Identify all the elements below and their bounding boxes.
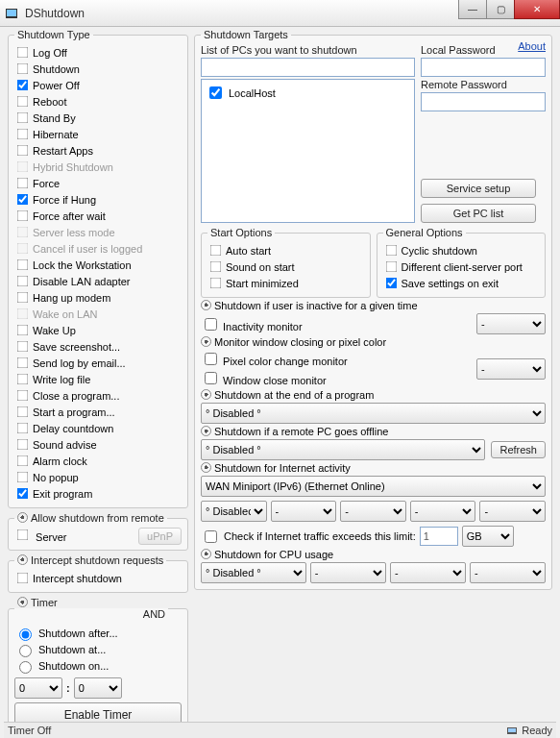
cpu-d4-select[interactable]: - [470,562,546,583]
shutdown-type-row: Cancel if user is logged [14,240,182,257]
allow-remote-expander-icon[interactable] [17,512,31,524]
timer-radio[interactable] [19,661,32,674]
inactivity-select[interactable]: - [476,313,546,334]
timer-expander-icon[interactable] [17,597,31,608]
pixel-select[interactable]: - [476,358,546,380]
service-setup-button[interactable]: Service setup [421,179,536,198]
timer-radio-row[interactable]: Shutdown at... [14,642,182,657]
endprog-select[interactable]: ° Disabled ° [201,403,546,424]
internet-d1-select[interactable]: ° Disablec [201,501,267,522]
shutdown-type-row: Disable LAN adapter [14,273,182,289]
shutdown-type-checkbox[interactable] [17,47,29,59]
pc-listbox[interactable]: LocalHost [201,79,415,223]
intercept-checkbox[interactable] [17,573,29,584]
shutdown-type-checkbox[interactable] [17,374,29,385]
traffic-limit-value[interactable] [420,527,458,546]
local-password-input[interactable] [421,58,546,77]
timer-legend: Timer [31,597,58,608]
inactivity-monitor-checkbox[interactable] [205,318,217,331]
shutdown-type-checkbox[interactable] [17,472,29,483]
timer-hours-select[interactable]: 0 [14,677,62,699]
get-pc-list-button[interactable]: Get PC list [421,204,536,223]
maximize-button[interactable]: ▢ [486,0,515,19]
timer-radio-label: Shutdown on... [38,660,109,672]
timer-radio[interactable] [19,628,32,641]
shutdown-type-row: Hang up modem [14,289,182,306]
remote-offline-select[interactable]: ° Disabled ° [201,439,485,460]
timer-radio-row[interactable]: Shutdown on... [14,658,182,674]
cpu-d2-select[interactable]: - [310,562,386,583]
refresh-button[interactable]: Refresh [491,441,546,458]
start-option-checkbox[interactable] [210,245,222,257]
timer-radio[interactable] [19,645,32,657]
about-link[interactable]: About [518,40,546,52]
shutdown-type-checkbox[interactable] [17,488,29,500]
shutdown-type-checkbox[interactable] [17,439,29,451]
shutdown-type-checkbox[interactable] [17,390,29,402]
shutdown-type-checkbox[interactable] [17,341,29,353]
shutdown-type-checkbox[interactable] [17,178,29,189]
cpu-d1-select[interactable]: ° Disabled ° [201,562,306,583]
shutdown-type-checkbox[interactable] [17,194,29,206]
shutdown-type-checkbox[interactable] [17,259,29,271]
traffic-limit-checkbox[interactable] [205,530,217,543]
intercept-expander-icon[interactable] [17,554,31,566]
cond-internet-expander-icon[interactable] [201,462,214,474]
internet-d2-select[interactable]: - [271,501,337,522]
shutdown-type-checkbox[interactable] [17,129,29,140]
internet-d5-select[interactable]: - [479,501,546,522]
close-button[interactable]: ✕ [514,0,560,19]
shutdown-type-checkbox[interactable] [17,357,29,369]
pixel-color-checkbox[interactable] [205,353,217,365]
upnp-button[interactable]: uPnP [138,528,182,545]
cpu-d3-select[interactable]: - [390,562,466,583]
start-option-checkbox[interactable] [210,261,222,273]
pc-name-input[interactable] [201,58,415,77]
general-option-checkbox[interactable] [385,278,397,289]
timer-radio-row[interactable]: Shutdown after... [14,626,182,641]
general-option-row: Different client-server port [383,258,540,275]
shutdown-type-checkbox[interactable] [17,145,29,157]
timer-minutes-select[interactable]: 0 [74,677,122,699]
start-option-checkbox[interactable] [210,278,222,289]
shutdown-type-checkbox[interactable] [17,455,29,467]
cond-cpu-expander-icon[interactable] [201,549,214,560]
shutdown-type-label: Log Off [33,47,67,59]
shutdown-type-row: Stand By [14,110,182,126]
cond-remote-expander-icon[interactable] [201,426,214,437]
shutdown-type-checkbox[interactable] [17,80,29,91]
shutdown-type-checkbox[interactable] [17,112,29,124]
shutdown-type-checkbox[interactable] [17,96,29,108]
general-options-legend: General Options [383,227,466,238]
shutdown-type-checkbox[interactable] [17,325,29,336]
cond-pixel-expander-icon[interactable] [201,336,214,348]
shutdown-type-checkbox[interactable] [17,406,29,418]
shutdown-type-checkbox[interactable] [17,292,29,304]
shutdown-type-row: Log Off [14,44,182,61]
list-item[interactable]: LocalHost [206,84,410,102]
shutdown-type-label: Hibernate [33,129,79,140]
remote-password-input[interactable] [421,92,546,111]
internet-d4-select[interactable]: - [410,501,476,522]
shutdown-type-checkbox[interactable] [17,210,29,222]
intercept-label: Intercept shutdown [33,573,122,584]
internet-adapter-select[interactable]: WAN Miniport (IPv6) (Ethernet Online) [201,476,546,497]
shutdown-type-checkbox[interactable] [17,63,29,75]
localhost-checkbox[interactable] [209,86,222,99]
general-option-checkbox[interactable] [385,245,397,257]
server-checkbox[interactable] [17,529,29,541]
minimize-button[interactable]: — [458,0,487,19]
shutdown-type-checkbox[interactable] [17,276,29,287]
shutdown-type-label: Start a program... [33,406,115,418]
cond-endprog-expander-icon[interactable] [201,389,214,401]
window-close-checkbox[interactable] [205,372,217,384]
shutdown-type-row: Save screenshot... [14,338,182,355]
shutdown-type-checkbox [17,243,29,255]
traffic-limit-unit-select[interactable]: GB [462,526,514,547]
internet-d3-select[interactable]: - [340,501,406,522]
general-option-checkbox[interactable] [385,261,397,273]
shutdown-type-label: Force after wait [33,210,106,222]
cond-inactive-expander-icon[interactable] [201,300,214,311]
shutdown-type-checkbox[interactable] [17,423,29,434]
shutdown-type-label: Delay countdown [33,423,113,434]
